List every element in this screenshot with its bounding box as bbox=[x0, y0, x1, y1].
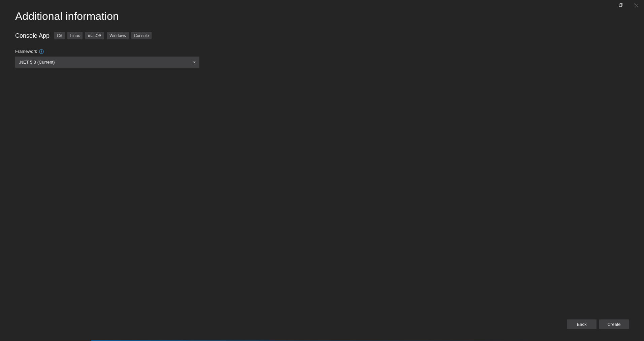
template-tags: C# Linux macOS Windows Console bbox=[54, 32, 152, 39]
main-content: Additional information Console App C# Li… bbox=[0, 0, 644, 68]
template-header: Console App C# Linux macOS Windows Conso… bbox=[15, 32, 629, 39]
tag: macOS bbox=[85, 32, 104, 39]
info-icon[interactable] bbox=[39, 49, 44, 54]
tag: Linux bbox=[67, 32, 83, 39]
framework-label-row: Framework bbox=[15, 49, 629, 54]
svg-rect-1 bbox=[619, 4, 621, 6]
close-button[interactable] bbox=[629, 0, 644, 10]
window-controls bbox=[613, 0, 644, 10]
page-title: Additional information bbox=[15, 10, 629, 23]
create-button[interactable]: Create bbox=[599, 319, 629, 329]
framework-dropdown[interactable]: .NET 5.0 (Current) bbox=[15, 57, 199, 68]
tag: Windows bbox=[107, 32, 129, 39]
svg-point-7 bbox=[41, 50, 42, 51]
tag: Console bbox=[131, 32, 152, 39]
template-name: Console App bbox=[15, 32, 50, 39]
tag: C# bbox=[54, 32, 65, 39]
framework-label: Framework bbox=[15, 49, 37, 54]
footer-buttons: Back Create bbox=[567, 319, 629, 329]
framework-selected-value: .NET 5.0 (Current) bbox=[19, 60, 55, 65]
chevron-down-icon bbox=[193, 62, 196, 63]
maximize-restore-button[interactable] bbox=[613, 0, 629, 10]
back-button[interactable]: Back bbox=[567, 319, 597, 329]
